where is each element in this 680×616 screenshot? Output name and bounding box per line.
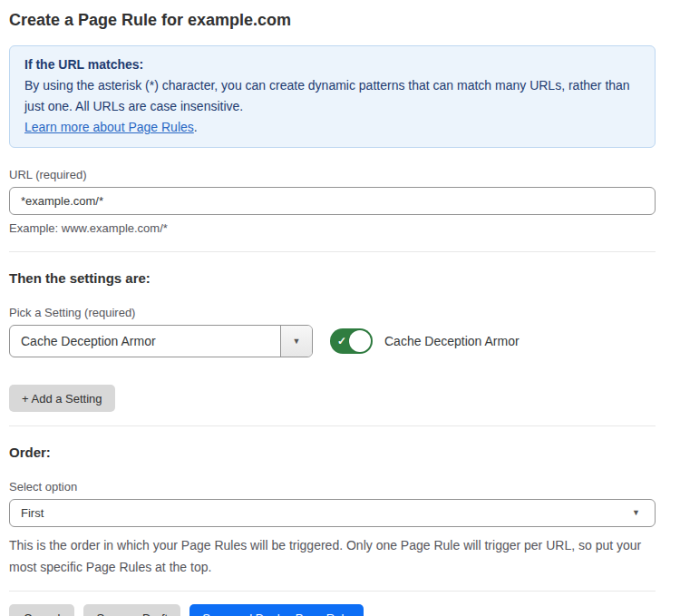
order-select[interactable]: First ▼ <box>9 499 656 527</box>
url-label: URL (required) <box>9 168 656 181</box>
learn-more-link[interactable]: Learn more about Page Rules <box>24 120 194 134</box>
info-banner-body: By using the asterisk (*) character, you… <box>24 75 640 117</box>
url-helper-text: Example: www.example.com/* <box>9 221 656 235</box>
pick-setting-label: Pick a Setting (required) <box>9 306 656 319</box>
url-input[interactable] <box>9 187 656 215</box>
info-banner-link-line: Learn more about Page Rules. <box>24 117 640 138</box>
divider <box>9 591 656 592</box>
link-suffix: . <box>194 120 198 134</box>
setting-select-arrow-button[interactable]: ▼ <box>280 326 312 357</box>
setting-toggle-label: Cache Deception Armor <box>384 334 520 348</box>
footer-actions: Cancel Save as Draft Save and Deploy Pag… <box>9 604 656 616</box>
chevron-down-icon: ▼ <box>632 509 640 517</box>
setting-row: Cache Deception Armor ▼ ✓ Cache Deceptio… <box>9 325 656 357</box>
add-setting-button[interactable]: + Add a Setting <box>9 385 115 412</box>
setting-select[interactable]: Cache Deception Armor ▼ <box>9 325 313 357</box>
page-title: Create a Page Rule for example.com <box>9 11 656 30</box>
setting-select-value: Cache Deception Armor <box>10 326 280 357</box>
settings-section-heading: Then the settings are: <box>9 270 656 286</box>
divider <box>9 425 656 426</box>
order-section-heading: Order: <box>9 445 656 460</box>
order-helper-text: This is the order in which your Page Rul… <box>9 534 656 578</box>
save-draft-button[interactable]: Save as Draft <box>83 604 180 616</box>
toggle-knob <box>349 330 371 352</box>
order-select-label: Select option <box>9 480 656 494</box>
divider <box>9 251 656 252</box>
cancel-button[interactable]: Cancel <box>9 604 74 616</box>
check-icon: ✓ <box>337 335 346 347</box>
setting-toggle[interactable]: ✓ <box>330 328 373 354</box>
save-deploy-button[interactable]: Save and Deploy Page Rule <box>189 604 363 616</box>
chevron-down-icon: ▼ <box>293 337 301 346</box>
info-banner-heading: If the URL matches: <box>24 54 640 75</box>
info-banner: If the URL matches: By using the asteris… <box>9 45 656 148</box>
page-rule-form: Create a Page Rule for example.com If th… <box>0 0 680 616</box>
order-select-value: First <box>21 506 44 520</box>
